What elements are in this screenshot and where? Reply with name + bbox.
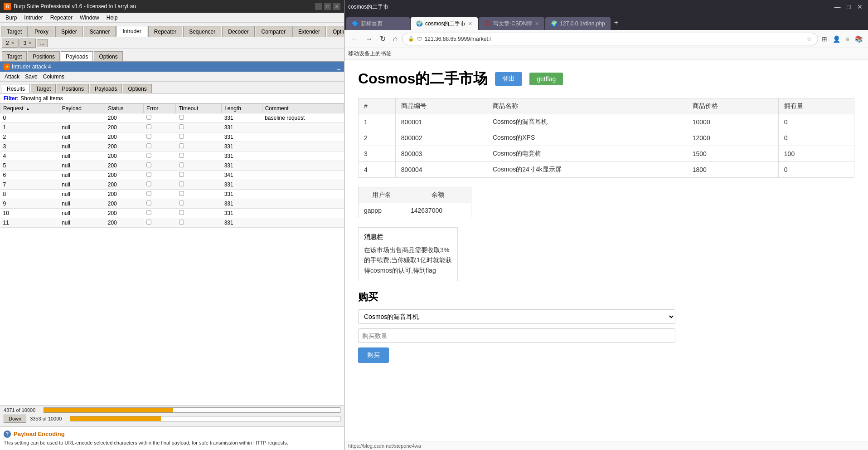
tab-comparer[interactable]: Comparer [256,26,291,37]
csdn-tab-close[interactable]: ✕ [535,21,539,27]
ff-tab-csdn[interactable]: C 写文章-CSDN博 ✕ [479,17,544,30]
col-status[interactable]: Status [105,104,144,113]
tab-extender[interactable]: Extender [292,26,326,37]
minimize-button[interactable]: — [315,3,322,10]
intruder-tab-results[interactable]: Results [2,84,30,93]
cosmos-tab-close[interactable]: ✕ [468,21,472,27]
more-tabs-button[interactable]: ... [37,39,47,47]
ff-sidebar-btn[interactable]: 📚 [853,34,864,44]
menu-help[interactable]: Help [103,14,121,22]
col-timeout[interactable]: Timeout [176,104,222,113]
instance-tab-3-close[interactable]: ✕ [28,40,32,45]
timeout-checkbox[interactable] [179,115,184,119]
timeout-checkbox[interactable] [179,191,184,196]
sub-tab-options[interactable]: Options [94,51,122,61]
intruder-menu-attack[interactable]: Attack [2,73,22,81]
table-row[interactable]: 10 null 200 331 [0,209,344,218]
close-button[interactable]: ✕ [333,3,340,10]
ff-new-tab-button[interactable]: + [611,19,621,27]
intruder-menu-save[interactable]: Save [22,73,40,81]
sub-tab-payloads[interactable]: Payloads [61,51,93,61]
table-row[interactable]: 7 null 200 331 [0,180,344,190]
timeout-checkbox[interactable] [179,124,184,129]
menu-intruder[interactable]: Intruder [20,14,46,22]
ff-bookmark-mobile[interactable]: 移动设备上的书签 [348,50,392,58]
tab-spider[interactable]: Spider [55,26,83,37]
table-row[interactable]: 11 null 200 331 [0,218,344,228]
buy-button[interactable]: 购买 [358,347,389,363]
ff-minimize-btn[interactable]: — [833,3,843,10]
instance-tab-2[interactable]: 2 ✕ [2,39,19,48]
table-row[interactable]: 1 null 200 331 [0,123,344,132]
table-row[interactable]: 0 200 331 baseline request [0,113,344,123]
sub-tab-target[interactable]: Target [2,51,27,61]
intruder-tab-target[interactable]: Target [31,84,56,93]
timeout-checkbox[interactable] [179,153,184,157]
timeout-checkbox[interactable] [179,220,184,224]
error-checkbox[interactable] [147,220,151,224]
ff-forward-btn[interactable]: → [363,33,375,45]
intruder-tab-options[interactable]: Options [123,84,151,93]
table-row[interactable]: 9 null 200 331 [0,199,344,209]
ff-close-btn[interactable]: ✕ [855,3,864,10]
maximize-button[interactable]: □ [324,3,331,10]
ff-sync-btn[interactable]: 👤 [831,34,842,44]
tab-repeater[interactable]: Repeater [148,26,182,37]
intruder-menu-columns[interactable]: Columns [40,73,67,81]
timeout-checkbox[interactable] [179,210,184,215]
error-checkbox[interactable] [147,181,151,186]
bookmark-star-icon[interactable]: ☆ [806,35,812,43]
results-table-container[interactable]: Request ▲ Payload Status Error Timeout L… [0,103,344,405]
login-button[interactable]: 登出 [495,72,522,86]
ff-refresh-btn[interactable]: ↻ [377,33,388,45]
tab-options[interactable]: Options [327,26,344,37]
buy-product-select[interactable]: Cosmos的漏音耳机 Cosmos的XPS Cosmos的电竞椅 Cosmos… [358,309,675,324]
timeout-checkbox[interactable] [179,162,184,167]
error-checkbox[interactable] [147,143,151,148]
menu-burp[interactable]: Burp [2,14,20,22]
tab-intruder[interactable]: Intruder [116,26,147,37]
timeout-checkbox[interactable] [179,134,184,138]
table-row[interactable]: 8 null 200 331 [0,190,344,199]
col-request[interactable]: Request ▲ [0,104,59,113]
ff-back-btn[interactable]: ← [348,33,361,45]
tab-scanner[interactable]: Scanner [84,26,116,37]
instance-tab-3[interactable]: 3 ✕ [19,39,36,48]
intruder-minimize-btn[interactable]: _ [337,64,340,70]
error-checkbox[interactable] [147,124,151,129]
table-row[interactable]: 6 null 200 341 [0,171,344,180]
intruder-tab-payloads[interactable]: Payloads [90,84,122,93]
error-checkbox[interactable] [147,162,151,167]
col-payload[interactable]: Payload [59,104,105,113]
table-row[interactable]: 3 null 200 331 [0,142,344,152]
instance-tab-2-close[interactable]: ✕ [11,40,15,45]
intruder-tab-positions[interactable]: Positions [57,84,89,93]
tab-decoder[interactable]: Decoder [222,26,254,37]
ff-tab-dian[interactable]: 🌍 127.0.0.1/dian.php [545,17,610,30]
timeout-checkbox[interactable] [179,201,184,205]
tab-target[interactable]: Target [1,26,28,37]
ff-address-bar[interactable]: 🔒 🛡 121.36.88.65:9999/market.l ☆ [402,33,818,45]
down-button[interactable]: Down [4,415,26,423]
error-checkbox[interactable] [147,134,151,138]
col-length[interactable]: Length [222,104,262,113]
filter-label[interactable]: Filter: [4,95,19,102]
col-comment[interactable]: Comment [262,104,344,113]
error-checkbox[interactable] [147,201,151,205]
table-row[interactable]: 4 null 200 331 [0,152,344,161]
table-row[interactable]: 2 null 200 331 [0,132,344,142]
col-error[interactable]: Error [143,104,175,113]
timeout-checkbox[interactable] [179,143,184,148]
error-checkbox[interactable] [147,191,151,196]
sub-tab-positions[interactable]: Positions [28,51,60,61]
error-checkbox[interactable] [147,172,151,176]
tab-proxy[interactable]: Proxy [29,26,54,37]
ff-tab-cosmos[interactable]: 🌍 cosmos的二手市 ✕ [411,17,478,30]
ff-maximize-btn[interactable]: □ [845,3,853,10]
menu-repeater[interactable]: Repeater [47,14,76,22]
timeout-checkbox[interactable] [179,181,184,186]
ff-menu-btn[interactable]: ≡ [844,34,851,44]
ff-tab-newtab[interactable]: 🔷 新标签页 [346,17,410,30]
menu-window[interactable]: Window [76,14,103,22]
table-row[interactable]: 5 null 200 331 [0,161,344,171]
